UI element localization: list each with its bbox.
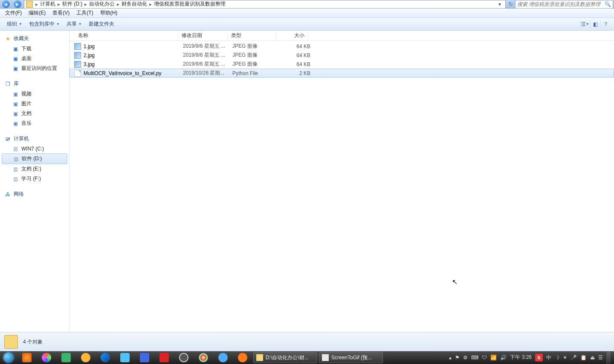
sidebar-item-drive[interactable]: ▥文档 (E:) — [0, 164, 69, 174]
tray-icon[interactable]: ☽ — [555, 355, 559, 361]
tray-icon[interactable]: 🛡 — [482, 355, 487, 361]
view-mode-button[interactable]: ☰ ▼ — [580, 20, 590, 29]
tray-expand-icon[interactable]: ▴ — [449, 355, 452, 361]
menu-view[interactable]: 查看(V) — [50, 9, 72, 17]
chevron-down-icon[interactable]: ▾ — [496, 1, 504, 7]
organize-button[interactable]: 组织▼ — [3, 19, 26, 29]
nav-back-button[interactable]: ◄ — [0, 0, 12, 9]
include-in-library-button[interactable]: 包含到库中▼ — [26, 19, 63, 29]
file-name: MultiOCR_VatInvoice_to_Excel.py — [84, 70, 162, 76]
column-header-date[interactable]: 修改日期 — [178, 31, 228, 40]
help-button[interactable]: ? — [600, 20, 611, 29]
taskbar-window-button[interactable]: D:\自动化办公\财... — [253, 352, 317, 363]
taskbar-pin[interactable] — [115, 352, 135, 364]
favorites-header[interactable]: ★收藏夹 — [0, 33, 69, 44]
command-bar: 组织▼ 包含到库中▼ 共享▼ 新建文件夹 ☰ ▼ ◧ ? — [0, 18, 614, 31]
sidebar-item-label: 文档 — [21, 110, 32, 117]
chevron-right-icon[interactable]: ▸ — [148, 1, 153, 7]
breadcrumb[interactable]: 自动化办公 — [88, 0, 116, 8]
sidebar-item-drive[interactable]: ▥软件 (D:) — [2, 153, 67, 164]
column-header-size[interactable]: 大小 — [276, 31, 308, 40]
tray-icon[interactable]: 📶 — [490, 355, 497, 361]
network-icon: 🖧 — [4, 191, 11, 198]
breadcrumb[interactable]: 增值税发票批量识别及数据整理 — [153, 0, 227, 8]
tray-icon[interactable]: ⏏ — [590, 355, 595, 361]
taskbar-window-button[interactable]: ScreenToGif (预... — [319, 352, 383, 363]
search-box[interactable]: 🔍 — [515, 0, 613, 9]
address-field[interactable]: ▸ 计算机 ▸ 软件 (D:) ▸ 自动化办公 ▸ 财务自动化 ▸ 增值税发票批… — [24, 0, 506, 9]
file-row[interactable]: 3.jpg2019/9/6 星期五 ...JPEG 图像64 KB — [70, 60, 614, 69]
breadcrumb[interactable]: 计算机 — [39, 0, 57, 8]
sidebar-item-favorite[interactable]: ▣桌面 — [0, 54, 69, 64]
taskbar-pin[interactable] — [213, 352, 233, 364]
refresh-button[interactable]: ↻ — [507, 1, 515, 7]
computer-header[interactable]: 🖳计算机 — [0, 133, 69, 144]
tray-icon[interactable]: ☰ — [598, 355, 603, 361]
chevron-right-icon[interactable]: ▸ — [57, 1, 61, 7]
window-title: D:\自动化办公\财... — [266, 354, 309, 361]
menu-tools[interactable]: 工具(T) — [74, 9, 96, 17]
menu-file[interactable]: 文件(F) — [3, 9, 24, 17]
tray-icon[interactable]: 📋 — [580, 355, 587, 361]
sidebar-item-library[interactable]: ▣文档 — [0, 109, 69, 118]
breadcrumb[interactable]: 财务自动化 — [120, 0, 148, 8]
tray-icon[interactable]: ⚑ — [455, 355, 460, 361]
nav-forward-button[interactable]: ► — [12, 0, 23, 9]
new-folder-button[interactable]: 新建文件夹 — [85, 19, 118, 29]
file-size: 2 KB — [281, 70, 313, 76]
taskbar-clock[interactable]: 下午 3:26 — [510, 355, 532, 360]
taskbar-pin[interactable] — [96, 352, 115, 364]
drive-icon: ▥ — [12, 145, 19, 152]
search-input[interactable] — [517, 1, 603, 7]
taskbar-pin[interactable] — [56, 352, 76, 364]
tray-icon[interactable]: ⚙ — [463, 355, 468, 361]
sidebar-item-library[interactable]: ▣图片 — [0, 99, 69, 109]
ime-lang[interactable]: 中 — [546, 354, 551, 361]
sidebar-item-drive[interactable]: ▥WIN7 (C:) — [0, 144, 69, 153]
taskbar-pin[interactable] — [76, 352, 96, 364]
column-header-type[interactable]: 类型 — [228, 31, 276, 40]
sidebar-item-label: 桌面 — [21, 55, 32, 62]
column-header-name[interactable]: 名称 — [70, 31, 178, 40]
share-button[interactable]: 共享▼ — [63, 19, 85, 29]
file-size: 64 KB — [281, 52, 313, 58]
taskbar-pin[interactable] — [135, 352, 154, 364]
show-desktop-button[interactable] — [606, 352, 611, 364]
chevron-right-icon[interactable]: ▸ — [116, 1, 120, 7]
menu-bar: 文件(F) 编辑(E) 查看(V) 工具(T) 帮助(H) — [0, 9, 614, 18]
tray-icon[interactable]: 🎤 — [571, 355, 577, 361]
file-row[interactable]: 1.jpg2019/9/6 星期五 ...JPEG 图像64 KB — [70, 42, 614, 51]
search-icon[interactable]: 🔍 — [605, 1, 611, 7]
sidebar-item-drive[interactable]: ▥学习 (F:) — [0, 174, 69, 184]
ime-indicator[interactable]: S — [535, 354, 543, 361]
chevron-right-icon[interactable]: ▸ — [84, 1, 88, 7]
file-row[interactable]: 2.jpg2019/9/6 星期五 ...JPEG 图像64 KB — [70, 51, 614, 60]
sidebar-item-library[interactable]: ▣视频 — [0, 89, 69, 99]
menu-edit[interactable]: 编辑(E) — [26, 9, 48, 17]
file-list-pane: 名称 修改日期 类型 大小 1.jpg2019/9/6 星期五 ...JPEG … — [70, 31, 614, 332]
breadcrumb[interactable]: 软件 (D:) — [61, 0, 84, 8]
preview-pane-button[interactable]: ◧ — [590, 20, 600, 29]
file-row[interactable]: MultiOCR_VatInvoice_to_Excel.py2019/10/2… — [70, 69, 614, 78]
sidebar-item-favorite[interactable]: ▣下载 — [0, 44, 69, 54]
taskbar-pin[interactable] — [17, 352, 37, 364]
dl-icon: ▣ — [12, 46, 19, 52]
address-bar: ◄ ► ▸ 计算机 ▸ 软件 (D:) ▸ 自动化办公 ▸ 财务自动化 ▸ 增值… — [0, 0, 614, 9]
taskbar-pin[interactable] — [174, 352, 194, 364]
start-button[interactable] — [0, 351, 17, 364]
taskbar-pin[interactable] — [154, 352, 174, 364]
sidebar-item-favorite[interactable]: ▣最近访问的位置 — [0, 64, 69, 73]
tray-icon[interactable]: ⌨ — [471, 355, 478, 361]
libraries-header[interactable]: ❒库 — [0, 78, 69, 89]
volume-icon[interactable]: 🔊 — [500, 355, 507, 361]
network-header[interactable]: 🖧网络 — [0, 189, 69, 199]
file-list[interactable]: 1.jpg2019/9/6 星期五 ...JPEG 图像64 KB2.jpg20… — [70, 41, 614, 332]
file-type: Python File — [232, 70, 281, 76]
sidebar-item-library[interactable]: ▣音乐 — [0, 118, 69, 128]
taskbar-pin[interactable] — [194, 352, 213, 364]
taskbar-pin[interactable] — [233, 352, 252, 364]
tray-icon[interactable]: ✶ — [563, 355, 567, 361]
taskbar-pin[interactable] — [37, 352, 56, 364]
menu-help[interactable]: 帮助(H) — [98, 9, 120, 17]
chevron-right-icon[interactable]: ▸ — [35, 1, 39, 7]
